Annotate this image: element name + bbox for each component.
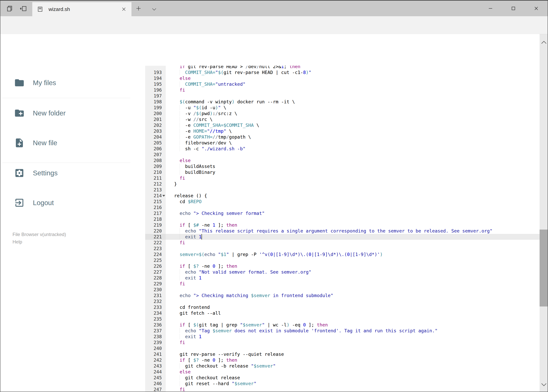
code-line[interactable]: echo "Tag $semver does not exist in subm… xyxy=(145,328,540,334)
code-line[interactable]: git checkout -b release "$semver" xyxy=(145,363,540,369)
scrollbar-track[interactable] xyxy=(540,34,548,392)
sidebar-item-new-file[interactable]: New file xyxy=(0,132,145,154)
code-line[interactable]: -u "$(id -u)" \ xyxy=(145,105,540,111)
folder-icon xyxy=(14,77,25,88)
code-line[interactable]: COMMIT_SHA="untracked" xyxy=(145,81,540,87)
code-line[interactable]: exit 1 xyxy=(145,275,540,281)
code-line[interactable]: if [ $# -ne 1 ]; then xyxy=(145,222,540,228)
tab-bar: wizard.sh xyxy=(0,0,548,16)
code-line[interactable]: COMMIT_SHA="$(git rev-parse HEAD | cut -… xyxy=(145,70,540,75)
sidebar-item-label: Settings xyxy=(33,169,57,177)
code-line[interactable]: echo "This release script requires a sin… xyxy=(145,228,540,234)
code-line[interactable]: exit 1 xyxy=(145,334,540,340)
code-line[interactable] xyxy=(145,287,540,293)
sidebar-item-label: New folder xyxy=(33,109,66,117)
line-number: 225 xyxy=(145,257,162,263)
line-number: 214 xyxy=(145,193,162,199)
code-line[interactable]: fi xyxy=(145,175,540,181)
code-line[interactable]: -w //src \ xyxy=(145,116,540,122)
line-number: 243 xyxy=(145,363,162,369)
tab-preview-chevron-icon[interactable] xyxy=(151,6,157,12)
code-line[interactable]: echo "> Checking matching $semver in fro… xyxy=(145,293,540,298)
minimize-button[interactable] xyxy=(479,0,502,16)
code-line[interactable]: if [ $? -ne 0 ]; then xyxy=(145,263,540,269)
code-line[interactable]: cd $REPO xyxy=(145,199,540,204)
code-line[interactable]: else xyxy=(145,75,540,81)
tabs-set-aside-icon[interactable] xyxy=(6,5,13,12)
code-line[interactable]: git rev-parse --verify --quiet release xyxy=(145,351,540,357)
code-line[interactable]: buildAssets xyxy=(145,163,540,169)
sidebar-item-my-files[interactable]: My files xyxy=(0,72,145,94)
code-line[interactable] xyxy=(145,246,540,252)
new-folder-icon xyxy=(14,108,25,119)
scrollbar-thumb[interactable] xyxy=(540,230,548,307)
scrollbar-up-icon[interactable] xyxy=(541,40,547,44)
code-line[interactable]: filebrowser/dev \ xyxy=(145,140,540,146)
fold-toggle-icon[interactable] xyxy=(162,195,165,197)
code-line[interactable] xyxy=(145,152,540,158)
browser-window: wizard.sh xyxy=(0,0,548,392)
code-line[interactable]: cd frontend xyxy=(145,304,540,310)
active-tab[interactable]: wizard.sh xyxy=(32,2,132,16)
code-editor[interactable]: if git rev-parse HEAD > /dev/null 2>&1; … xyxy=(145,66,540,392)
line-number: 201 xyxy=(145,116,162,122)
code-line[interactable]: echo "> Checking semver format" xyxy=(145,210,540,216)
line-number: 208 xyxy=(145,158,162,163)
code-line[interactable]: fi xyxy=(145,340,540,345)
scrollbar-down-icon[interactable] xyxy=(541,383,547,387)
code-line[interactable]: git reset --hard "$semver" xyxy=(145,381,540,386)
code-line[interactable]: if git rev-parse HEAD > /dev/null 2>&1; … xyxy=(145,66,540,70)
line-number: 207 xyxy=(145,152,162,158)
code-line[interactable]: git checkout release xyxy=(145,375,540,381)
code-line[interactable] xyxy=(145,257,540,263)
line-number: 211 xyxy=(145,175,162,181)
app-header xyxy=(0,34,540,66)
line-number: 213 xyxy=(145,187,162,193)
sidebar-item-settings[interactable]: Settings xyxy=(0,162,145,184)
line-number: 234 xyxy=(145,310,162,316)
code-line[interactable]: git fetch --all xyxy=(145,310,540,316)
code-line[interactable]: fi xyxy=(145,240,540,246)
tab-close-icon[interactable] xyxy=(121,7,126,12)
code-line[interactable]: -e HOME="//tmp" \ xyxy=(145,128,540,134)
code-line[interactable]: if [ $? -ne 0 ]; then xyxy=(145,357,540,363)
code-line[interactable]: -e GOPATH=//tmp/gopath \ xyxy=(145,134,540,140)
code-line[interactable]: fi xyxy=(145,386,540,392)
code-line[interactable]: else xyxy=(145,369,540,375)
set-tabs-aside-icon[interactable] xyxy=(20,5,27,12)
code-line[interactable]: release () { xyxy=(145,193,540,199)
code-line[interactable]: } xyxy=(145,181,540,187)
help-link[interactable]: Help xyxy=(13,239,22,245)
code-line[interactable] xyxy=(145,187,540,193)
sidebar-item-logout[interactable]: Logout xyxy=(0,192,145,214)
code-line[interactable] xyxy=(145,298,540,304)
code-line[interactable] xyxy=(145,316,540,322)
line-number: 230 xyxy=(145,287,162,293)
code-line[interactable]: -e COMMIT_SHA=$COMMIT_SHA \ xyxy=(145,122,540,128)
code-line[interactable]: echo "Not valid semver format. See semve… xyxy=(145,269,540,275)
code-line[interactable] xyxy=(145,216,540,222)
line-number: 245 xyxy=(145,375,162,381)
code-line[interactable]: fi xyxy=(145,87,540,93)
code-line[interactable]: $(command -v winpty) docker run --rm -it… xyxy=(145,99,540,105)
code-line[interactable] xyxy=(145,93,540,99)
sidebar-item-new-folder[interactable]: New folder xyxy=(0,102,145,124)
line-number: 200 xyxy=(145,111,162,116)
code-line[interactable]: if [ $(git tag | grep "$semver" | wc -l)… xyxy=(145,322,540,328)
code-line[interactable]: else xyxy=(145,158,540,163)
sidebar: My files New folder New file Settings Lo… xyxy=(0,66,145,392)
code-line[interactable] xyxy=(145,345,540,351)
close-button[interactable] xyxy=(525,0,548,16)
code-line[interactable]: fi xyxy=(145,281,540,287)
line-number: 232 xyxy=(145,298,162,304)
new-tab-button[interactable] xyxy=(135,5,142,12)
code-line[interactable]: exit 1 xyxy=(145,234,540,240)
code-line[interactable]: buildBinary xyxy=(145,169,540,175)
code-line[interactable]: sh -c "./wizard.sh -b" xyxy=(145,146,540,152)
code-line[interactable]: -v /$(pwd):/src:z \ xyxy=(145,111,540,116)
line-number: 204 xyxy=(145,134,162,140)
code-line[interactable] xyxy=(145,204,540,210)
line-number: 227 xyxy=(145,269,162,275)
maximize-button[interactable] xyxy=(502,0,525,16)
code-line[interactable]: semver=$(echo "$1" | grep -P '^v(0|[1-9]… xyxy=(145,252,540,257)
